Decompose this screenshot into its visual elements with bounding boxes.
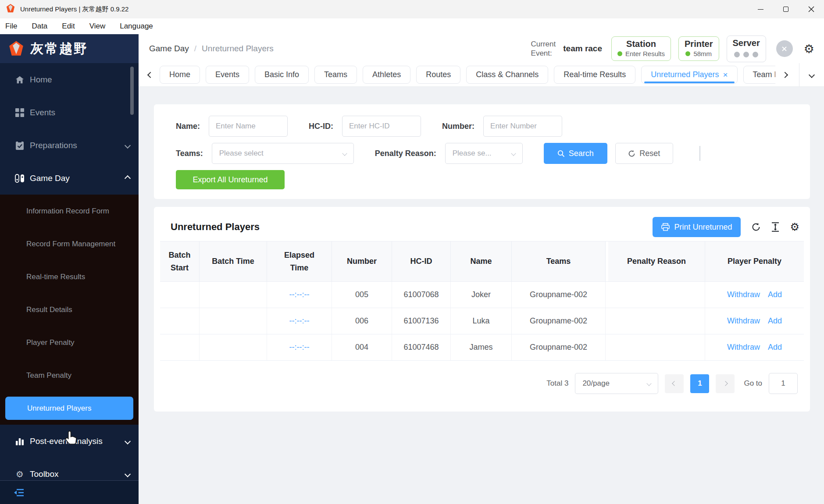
tab-athletes[interactable]: Athletes (363, 66, 410, 84)
sidebar-item-label: Post-event Analysis (30, 437, 103, 446)
chevron-down-icon (647, 381, 652, 386)
sidebar-item-preparations[interactable]: Preparations (0, 129, 139, 162)
page-size-select[interactable]: 20/page (575, 373, 658, 394)
header-status-cluster: Current Event: team race Station Enter R… (531, 35, 814, 62)
search-button[interactable]: Search (544, 143, 607, 164)
number-label: Number: (442, 122, 474, 131)
sidebar-scrollbar[interactable] (130, 67, 134, 115)
maximize-button[interactable] (773, 0, 799, 18)
menu-bar: File Data Edit View Language (0, 18, 824, 34)
export-all-button[interactable]: Export All Unreturned (176, 170, 285, 189)
sidebar-logo: 灰常越野 (0, 34, 139, 63)
chevron-down-icon (342, 151, 347, 156)
settings-gear-icon[interactable]: ⚙ (804, 42, 814, 56)
green-dot-icon (617, 51, 622, 56)
sidebar-item-real-time-results[interactable]: Real-time Results (0, 260, 139, 293)
number-input[interactable] (483, 116, 562, 137)
minimize-icon (758, 9, 763, 10)
tab-unreturned-players[interactable]: Unreturned Players × (641, 66, 737, 84)
table-row: --:--:-- 005 61007068 Joker Groupname-00… (160, 282, 804, 308)
unreturned-players-table: Batch Start Batch Time Elapsed Time Numb… (160, 241, 804, 361)
sidebar-item-label: Home (30, 75, 52, 85)
app-window: Unreturned Players | 灰常越野 0.9.22 File Da… (0, 0, 824, 504)
window-title: Unreturned Players | 灰常越野 0.9.22 (20, 5, 128, 14)
prev-page-button[interactable] (665, 374, 684, 393)
tab-real-time-results[interactable]: Real-time Results (554, 66, 635, 84)
sidebar-item-result-details[interactable]: Result Details (0, 293, 139, 326)
chevron-left-icon (672, 381, 677, 386)
withdraw-link[interactable]: Withdraw (727, 316, 760, 326)
printer-status-button[interactable]: Printer 58mm (678, 36, 719, 61)
table-row: --:--:-- 004 61007468 James Groupname-00… (160, 334, 804, 361)
menu-data[interactable]: Data (32, 22, 47, 31)
minimize-button[interactable] (748, 0, 773, 18)
search-icon (557, 150, 565, 157)
content-area: Name: HC-ID: Number: Teams: Please selec… (139, 87, 824, 504)
tab-scroll-right-button[interactable] (775, 66, 795, 84)
sidebar-item-team-penalty[interactable]: Team Penalty (0, 359, 139, 392)
next-page-button[interactable] (716, 374, 735, 393)
sidebar-item-game-day[interactable]: Game Day (0, 162, 139, 195)
disconnect-button[interactable] (776, 40, 793, 57)
add-link[interactable]: Add (768, 343, 782, 352)
server-status-button[interactable]: Server (727, 35, 766, 62)
tab-routes[interactable]: Routes (416, 66, 460, 84)
menu-language[interactable]: Language (120, 22, 153, 31)
sidebar-item-home[interactable]: Home (0, 63, 139, 96)
game-day-submenu: Information Record Form Record Form Mana… (0, 195, 139, 425)
refresh-table-icon[interactable] (751, 222, 761, 232)
current-event-label: Current Event: (531, 39, 556, 58)
hcid-input[interactable] (342, 116, 421, 137)
teams-select[interactable]: Please select (212, 143, 354, 164)
tab-basic-info[interactable]: Basic Info (255, 66, 309, 84)
penalty-reason-select[interactable]: Please se... (445, 143, 523, 164)
sidebar-item-events[interactable]: Events (0, 96, 139, 129)
collapse-sidebar-icon[interactable] (13, 488, 25, 497)
goto-page-input[interactable] (769, 373, 798, 394)
maximize-icon (783, 7, 788, 12)
current-page-button[interactable]: 1 (690, 374, 709, 393)
add-link[interactable]: Add (768, 316, 782, 326)
tab-events[interactable]: Events (206, 66, 249, 84)
withdraw-link[interactable]: Withdraw (727, 343, 760, 352)
tab-teams[interactable]: Teams (314, 66, 357, 84)
chevron-up-icon (125, 175, 131, 181)
tab-home[interactable]: Home (160, 66, 200, 84)
menu-file[interactable]: File (5, 22, 17, 31)
sidebar-nav: Home Events Preparations (0, 63, 139, 480)
station-status-button[interactable]: Station Enter Results (611, 36, 671, 61)
add-link[interactable]: Add (768, 290, 782, 299)
tab-scroll-left-button[interactable] (148, 73, 153, 77)
app-logo-icon (6, 4, 15, 15)
panel-title: Unreturned Players (171, 221, 260, 233)
row-height-icon[interactable] (771, 222, 779, 232)
filter-panel: Name: HC-ID: Number: Teams: Please selec… (154, 104, 810, 199)
tab-bar: Home Events Basic Info Teams Athletes Ro… (139, 63, 824, 87)
sidebar-item-player-penalty[interactable]: Player Penalty (0, 326, 139, 359)
sidebar-item-label: Events (30, 108, 55, 117)
table-settings-gear-icon[interactable]: ⚙ (790, 221, 799, 233)
name-input[interactable] (209, 116, 288, 137)
print-unreturned-button[interactable]: Print Unreturned (653, 217, 741, 237)
sidebar-item-information-record-form[interactable]: Information Record Form (0, 195, 139, 227)
tab-class-channels[interactable]: Class & Channels (466, 66, 548, 84)
sidebar-item-label: Preparations (30, 141, 77, 150)
menu-edit[interactable]: Edit (62, 22, 75, 31)
tab-close-icon[interactable]: × (723, 70, 728, 80)
sidebar-item-post-event-analysis[interactable]: Post-event Analysis (0, 425, 139, 458)
breadcrumb-game-day[interactable]: Game Day (149, 44, 189, 53)
breadcrumb-current: Unreturned Players (202, 44, 274, 53)
reset-button[interactable]: Reset (615, 143, 673, 164)
withdraw-link[interactable]: Withdraw (727, 290, 760, 299)
menu-view[interactable]: View (89, 22, 106, 31)
current-event-value: team race (563, 44, 602, 53)
chevron-down-icon (809, 71, 815, 78)
sidebar-item-unreturned-players[interactable]: Unreturned Players (5, 397, 133, 420)
sidebar-item-toolbox[interactable]: ⚙ Toolbox (0, 458, 139, 480)
chevron-right-icon (782, 71, 788, 78)
game-day-icon (15, 174, 25, 183)
close-button[interactable] (799, 0, 824, 18)
tab-dropdown-button[interactable] (799, 63, 824, 87)
tab-team-penalty-partial[interactable]: Team Per (743, 66, 775, 84)
sidebar-item-record-form-management[interactable]: Record Form Management (0, 227, 139, 260)
